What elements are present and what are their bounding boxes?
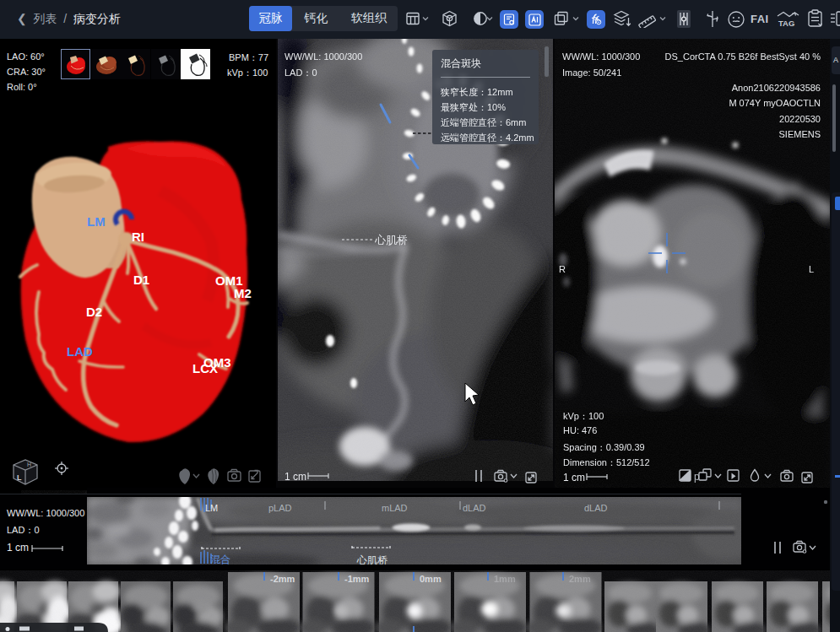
svg-text:pLAD: pLAD bbox=[268, 503, 292, 513]
svg-text:0mm: 0mm bbox=[420, 574, 442, 584]
svg-text:心肌桥: 心肌桥 bbox=[374, 234, 408, 246]
svg-text:OM3: OM3 bbox=[203, 355, 231, 370]
svg-text:RI: RI bbox=[132, 230, 144, 244]
svg-text:p: p bbox=[694, 471, 700, 483]
svg-text:LM: LM bbox=[205, 503, 218, 513]
svg-text:2mm: 2mm bbox=[569, 574, 591, 584]
svg-text:L: L bbox=[17, 473, 22, 482]
svg-text:M2: M2 bbox=[234, 286, 252, 300]
svg-text:1 cm: 1 cm bbox=[285, 471, 306, 483]
svg-text:-1mm: -1mm bbox=[344, 574, 370, 584]
svg-text:D1: D1 bbox=[133, 273, 149, 287]
svg-text:LAD: LAD bbox=[67, 344, 93, 359]
svg-text:TAG: TAG bbox=[778, 19, 794, 28]
svg-text:LM: LM bbox=[87, 214, 106, 229]
svg-text:dLAD: dLAD bbox=[584, 503, 608, 513]
svg-text:1mm: 1mm bbox=[494, 574, 516, 584]
svg-text:混合: 混合 bbox=[210, 554, 230, 565]
svg-text:心肌桥: 心肌桥 bbox=[356, 554, 387, 566]
svg-text:mLAD: mLAD bbox=[382, 503, 408, 513]
svg-text:dLAD: dLAD bbox=[463, 503, 486, 513]
svg-text:D2: D2 bbox=[86, 305, 102, 319]
svg-text:-2mm: -2mm bbox=[270, 574, 295, 584]
svg-text:H: H bbox=[27, 462, 31, 467]
